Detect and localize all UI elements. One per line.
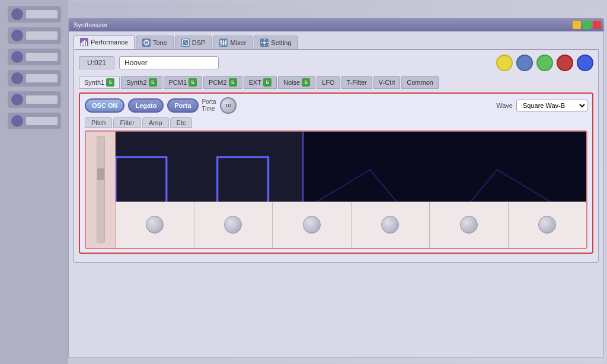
subtab-ext-label: EXT	[249, 79, 261, 86]
svg-rect-17	[304, 132, 586, 202]
tone-tab-icon	[142, 39, 151, 47]
blue-button[interactable]	[516, 55, 533, 71]
tab-setting[interactable]: Setting	[254, 36, 298, 49]
subtab-noise-label: Noise	[283, 79, 300, 86]
knob-1[interactable]	[146, 216, 164, 234]
svg-point-14	[263, 41, 266, 44]
darkblue-button[interactable]	[577, 55, 593, 71]
viz-cell-2[interactable]	[194, 202, 273, 248]
svg-line-7	[184, 41, 187, 44]
inner-tab-etc[interactable]: Etc	[170, 117, 193, 128]
tab-tone[interactable]: Tone	[136, 36, 174, 49]
subtab-pcm2[interactable]: PCM2 5	[203, 76, 242, 89]
sidebar-item-3[interactable]	[8, 49, 61, 65]
sidebar-item-6[interactable]	[8, 113, 61, 129]
red-button[interactable]	[557, 55, 573, 71]
subtab-synth2[interactable]: Synth2 5	[121, 76, 162, 89]
close-button[interactable]	[593, 21, 601, 29]
sidebar-dot-4	[11, 72, 23, 84]
porta-button[interactable]: Porta	[167, 98, 198, 113]
tab-mixer[interactable]: Mixer	[213, 36, 253, 49]
content-area: U:021 Synth1 5 Synth2 5 PCM1 5	[74, 49, 599, 263]
knob-3[interactable]	[303, 216, 321, 234]
viz-cell-6[interactable]	[509, 202, 587, 248]
subtab-bar: Synth1 5 Synth2 5 PCM1 5 PCM2 5 EXT 5 No…	[79, 76, 593, 89]
title-bar-text: Synthesizer	[74, 21, 107, 28]
preset-row: U:021	[79, 55, 593, 71]
preset-id: U:021	[79, 56, 114, 69]
sidebar-item-5[interactable]	[8, 91, 61, 108]
porta-label: PortaTime	[202, 98, 216, 113]
sidebar-label-2	[26, 31, 57, 40]
subtab-pcm2-label: PCM2	[209, 79, 227, 86]
viz-bottom	[116, 202, 586, 248]
dsp-tab-icon	[181, 39, 190, 47]
subtab-noise-badge: 5	[302, 78, 310, 87]
sidebar-item-4[interactable]	[8, 70, 61, 87]
osc-controls-row: OSC ON Legato Porta PortaTime 10 Wave Sq…	[85, 97, 587, 114]
tab-bar: Performance Tone DSP Mixer Setting	[69, 31, 603, 49]
green-button[interactable]	[536, 55, 553, 71]
minimize-button[interactable]	[573, 21, 581, 29]
sidebar-item-1[interactable]	[8, 6, 61, 23]
svg-rect-0	[81, 43, 82, 46]
maximize-button[interactable]	[583, 21, 591, 29]
sidebar-dot-3	[11, 51, 23, 63]
subtab-ext[interactable]: EXT 5	[244, 76, 277, 89]
subtab-common[interactable]: Common	[401, 76, 439, 89]
sidebar-label-6	[26, 117, 57, 125]
wave-select[interactable]: Square Wav-B Sine Sawtooth Triangle Squa…	[516, 100, 587, 111]
right-controls	[496, 55, 593, 71]
subtab-tfilter[interactable]: T-Filter	[341, 76, 372, 89]
osc-panel: OSC ON Legato Porta PortaTime 10 Wave Sq…	[79, 92, 593, 254]
preset-name-input[interactable]	[119, 56, 219, 69]
sidebar-label-4	[26, 74, 57, 82]
svg-rect-1	[82, 41, 84, 46]
subtab-pcm1[interactable]: PCM1 5	[164, 76, 203, 89]
viz-cell-1[interactable]	[116, 202, 194, 248]
sidebar-item-2[interactable]	[8, 27, 61, 44]
mixer-tab-icon	[219, 39, 228, 47]
sidebar-label-5	[26, 95, 57, 104]
viz-slider[interactable]	[97, 136, 105, 243]
subtab-synth1[interactable]: Synth1 5	[79, 76, 120, 89]
subtab-vctrl[interactable]: V-Ctrl	[373, 76, 401, 89]
inner-tab-pitch[interactable]: Pitch	[85, 117, 112, 128]
inner-tab-filter[interactable]: Filter	[113, 117, 140, 128]
legato-button[interactable]: Legato	[128, 98, 164, 113]
knob-2[interactable]	[224, 216, 242, 234]
waveform-svg	[116, 132, 586, 202]
viz-area	[85, 130, 587, 249]
knob-4[interactable]	[381, 216, 399, 234]
knob-6[interactable]	[538, 216, 556, 234]
osc-on-button[interactable]: OSC ON	[85, 98, 124, 113]
tab-dsp[interactable]: DSP	[175, 36, 212, 49]
tab-tone-label: Tone	[153, 39, 167, 46]
title-bar-controls	[573, 21, 601, 29]
main-window: Synthesizer Performance Tone DSP	[68, 18, 604, 358]
tab-performance[interactable]: Performance	[74, 35, 135, 49]
viz-cell-3[interactable]	[273, 202, 352, 248]
subtab-lfo[interactable]: LFO	[317, 76, 340, 89]
sidebar	[0, 0, 68, 364]
viz-waveform	[116, 132, 586, 202]
yellow-button[interactable]	[496, 55, 513, 71]
sidebar-label-3	[26, 53, 57, 61]
sidebar-dot-1	[11, 8, 23, 20]
subtab-synth1-badge: 5	[106, 78, 114, 87]
porta-time-knob[interactable]: 10	[220, 97, 237, 114]
sidebar-dot-6	[11, 115, 23, 127]
subtab-synth1-label: Synth1	[84, 79, 104, 86]
subtab-noise[interactable]: Noise 5	[278, 76, 315, 89]
subtab-ext-badge: 5	[263, 78, 271, 87]
inner-tab-amp[interactable]: Amp	[142, 117, 169, 128]
subtab-pcm2-badge: 5	[229, 78, 237, 87]
viz-cell-5[interactable]	[430, 202, 509, 248]
viz-sidebar	[86, 132, 116, 248]
inner-tabs: Pitch Filter Amp Etc	[85, 117, 587, 128]
subtab-lfo-label: LFO	[322, 79, 334, 86]
porta-time-group: PortaTime	[202, 98, 216, 113]
tab-setting-label: Setting	[271, 39, 291, 46]
knob-5[interactable]	[460, 216, 478, 234]
viz-cell-4[interactable]	[352, 202, 430, 248]
